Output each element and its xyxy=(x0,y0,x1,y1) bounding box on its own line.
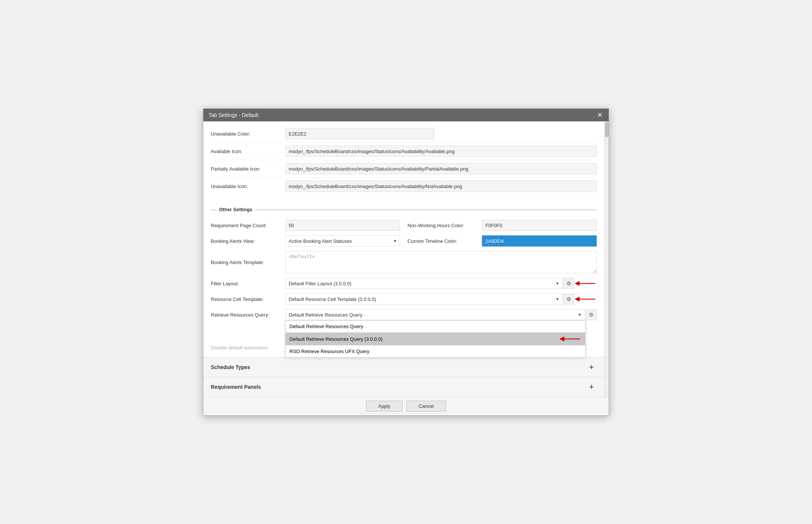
apply-button[interactable]: Apply xyxy=(366,401,403,412)
other-settings-section: Other Settings Requirement Page Count: N… xyxy=(203,199,604,356)
tab-settings-dialog: Tab Settings - Default ✕ Unavailable Col… xyxy=(203,108,609,416)
current-timeline-color-value[interactable]: 2A8DD4 xyxy=(482,235,597,247)
requirement-page-count-label: Requirement Page Count: xyxy=(211,223,285,228)
cancel-button[interactable]: Cancel xyxy=(406,401,446,412)
non-working-hours-color-input[interactable] xyxy=(482,220,597,231)
scrollbar[interactable] xyxy=(604,121,609,397)
filter-layout-select[interactable]: Default Filter Layout (3.0.0.0) xyxy=(285,278,562,289)
booking-alerts-view-col: Booking Alerts View: Active Booking Aler… xyxy=(211,235,407,247)
dropdown-option-rso[interactable]: RSO Retrieve Resources UFX Query xyxy=(286,346,585,357)
retrieve-resources-dropdown-list: Default Retrieve Resources Query Default… xyxy=(285,320,586,358)
unavailable-icon-row: Unavailable Icon: xyxy=(211,178,597,195)
available-icon-row: Available Icon: xyxy=(211,143,597,160)
dialog-body: Unavailable Color: Available Icon: Parti… xyxy=(203,121,609,397)
top-fields-section: Unavailable Color: Available Icon: Parti… xyxy=(203,121,604,199)
retrieve-resources-dropdown: Default Retrieve Resources Query ▼ xyxy=(285,309,585,320)
dialog-footer: Apply Cancel xyxy=(203,397,609,415)
requirement-page-count-input[interactable] xyxy=(285,220,400,231)
available-icon-label: Available Icon: xyxy=(211,149,285,154)
available-icon-input[interactable] xyxy=(285,146,597,157)
unavailable-color-row: Unavailable Color: xyxy=(211,125,597,143)
partially-available-icon-row: Partially Available Icon: xyxy=(211,160,597,178)
dropdown-option-3000[interactable]: Default Retrieve Resources Query (3.0.0.… xyxy=(286,333,585,346)
resource-cell-template-dropdown: Default Resource Cell Template (3.0.0.0)… xyxy=(285,293,562,305)
current-timeline-color-label: Current Timeline Color: xyxy=(407,238,482,244)
schedule-types-add-button[interactable]: + xyxy=(586,362,597,372)
resource-cell-template-label: Resource Cell Template: xyxy=(211,296,285,302)
current-timeline-col: Current Timeline Color: 2A8DD4 xyxy=(407,235,597,247)
unavailable-icon-input[interactable] xyxy=(285,181,597,192)
retrieve-resources-query-label: Retrieve Resources Query: xyxy=(211,312,285,318)
booking-alerts-timeline-row: Booking Alerts View: Active Booking Aler… xyxy=(211,233,597,249)
requirement-panels-section: Requirement Panels + xyxy=(203,377,604,397)
page-count-nonworking-row: Requirement Page Count: Non-Working Hour… xyxy=(211,217,597,233)
dropdown-option-default[interactable]: Default Retrieve Resources Query xyxy=(286,321,585,333)
dialog-title: Tab Settings - Default xyxy=(209,112,258,118)
unavailable-color-input[interactable] xyxy=(285,128,434,139)
resource-cell-gear-button[interactable]: ⚙ xyxy=(563,293,574,305)
dialog-title-bar: Tab Settings - Default ✕ xyxy=(203,109,609,121)
schedule-types-label: Schedule Types xyxy=(211,364,250,370)
retrieve-resources-dropdown-group: Default Retrieve Resources Query ▼ ⚙ Def… xyxy=(285,309,597,320)
filter-layout-dropdown-group: Default Filter Layout (3.0.0.0) ▼ ⚙ xyxy=(285,278,574,289)
booking-alerts-view-select[interactable]: Active Booking Alert Statuses xyxy=(285,235,400,247)
disable-default-extensions-label: Disable default extensions: xyxy=(211,345,285,350)
retrieve-resources-query-row: Retrieve Resources Query: Default Retrie… xyxy=(211,307,597,323)
booking-template-row: Booking Alerts Template: <Default> xyxy=(211,249,597,276)
unavailable-color-label: Unavailable Color: xyxy=(211,131,285,137)
booking-alerts-template-input[interactable]: <Default> xyxy=(285,251,597,273)
page-count-col: Requirement Page Count: xyxy=(211,220,407,231)
dropdown-option-3000-label: Default Retrieve Resources Query (3.0.0.… xyxy=(289,336,383,342)
resource-cell-arrow-annotation xyxy=(574,295,597,303)
partially-available-icon-input[interactable] xyxy=(285,163,597,174)
filter-layout-gear-button[interactable]: ⚙ xyxy=(563,278,574,289)
requirement-panels-label: Requirement Panels xyxy=(211,384,261,390)
filter-layout-label: Filter Layout: xyxy=(211,281,285,286)
retrieve-resources-select-display[interactable]: Default Retrieve Resources Query xyxy=(285,309,585,320)
scroll-area[interactable]: Unavailable Color: Available Icon: Parti… xyxy=(203,121,604,397)
unavailable-icon-label: Unavailable Icon: xyxy=(211,184,285,189)
scrollbar-thumb xyxy=(605,122,609,137)
dropdown-arrow-annotation xyxy=(559,336,581,342)
booking-alerts-template-label: Booking Alerts Template: xyxy=(211,260,285,265)
schedule-types-section: Schedule Types + xyxy=(203,357,604,377)
other-settings-header: Other Settings xyxy=(219,203,253,215)
non-working-hours-color-label: Non-Working Hours Color: xyxy=(407,223,482,228)
resource-cell-template-dropdown-group: Default Resource Cell Template (3.0.0.0)… xyxy=(285,293,574,305)
nonworking-hours-col: Non-Working Hours Color: xyxy=(407,220,597,231)
booking-alerts-view-label: Booking Alerts View: xyxy=(211,238,285,244)
resource-cell-template-select[interactable]: Default Resource Cell Template (3.0.0.0) xyxy=(285,293,562,305)
booking-alerts-view-dropdown: Active Booking Alert Statuses ▼ xyxy=(285,235,400,247)
close-button[interactable]: ✕ xyxy=(596,112,603,118)
partially-available-icon-label: Partially Available Icon: xyxy=(211,166,285,172)
retrieve-resources-gear-button[interactable]: ⚙ xyxy=(586,309,597,320)
filter-layout-arrow-annotation xyxy=(574,280,597,287)
requirement-panels-add-button[interactable]: + xyxy=(586,382,597,392)
resource-cell-template-row: Resource Cell Template: Default Resource… xyxy=(211,291,597,307)
filter-layout-row: Filter Layout: Default Filter Layout (3.… xyxy=(211,276,597,291)
filter-layout-dropdown: Default Filter Layout (3.0.0.0) ▼ xyxy=(285,278,562,289)
